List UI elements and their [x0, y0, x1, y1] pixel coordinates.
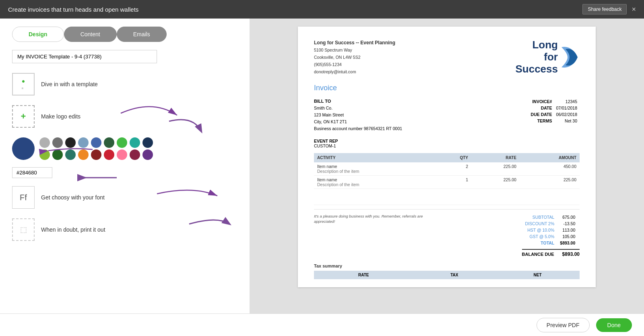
bill-to-account: Business account number 987654321 RT 000… [314, 125, 402, 132]
billing-section: BILL TO Smith Co. 123 Main Street City, … [314, 98, 580, 132]
line-item: Item name Description of the item 1 225.… [314, 175, 580, 189]
tax-summary-section: Tax summary RATE TAX NET [314, 263, 580, 279]
tax-col-rate: RATE [314, 271, 413, 279]
bill-to-address1: 123 Main Street [314, 112, 402, 118]
total-value: $893.00 [557, 240, 578, 246]
bill-to: BILL TO Smith Co. 123 Main Street City, … [314, 98, 402, 132]
color-swatch[interactable] [78, 137, 89, 148]
logo-text: Long for Success [515, 39, 558, 75]
company-logo: Long for Success [515, 39, 580, 76]
item-amount-2: 225.00 [520, 175, 580, 189]
col-activity: ACTIVITY [314, 153, 435, 162]
color-swatch[interactable] [130, 149, 140, 160]
header-title: Create invoices that turn heads and open… [8, 6, 138, 13]
company-name: Long for Success -- Event Planning [314, 39, 395, 47]
due-date-value: 06/02/2018 [554, 112, 579, 117]
event-rep-value: CUSTOM-1 [314, 143, 580, 148]
color-swatch[interactable] [117, 149, 127, 160]
line-items-table: ACTIVITY QTY RATE AMOUNT Item name Descr… [314, 153, 580, 205]
selected-color-circle[interactable] [12, 137, 35, 160]
color-swatch[interactable] [65, 149, 76, 160]
feature-template-label[interactable]: Dive in with a template [41, 81, 98, 87]
tab-emails[interactable]: Emails [117, 27, 167, 42]
tax-col-tax: TAX [413, 271, 496, 279]
event-rep-label: EVENT REP [314, 139, 580, 143]
color-swatch[interactable] [104, 137, 114, 148]
address-line1: 5100 Spectrum Way [314, 47, 395, 54]
terms-label: TERMS [529, 118, 554, 124]
template-name-input[interactable] [12, 50, 157, 63]
feature-logo: + Make logo edits [12, 105, 237, 128]
discount-label: DISCOUNT 2% [523, 221, 557, 226]
template-icon: ●≡ [22, 78, 25, 91]
hst-label: HST @ 10.0% [523, 227, 557, 233]
main-container: Design Content Emails ●≡ Dive in with a … [0, 19, 644, 313]
color-hex-input[interactable] [12, 167, 52, 178]
color-swatch[interactable] [52, 149, 63, 160]
print-icon-box[interactable]: ⬚ [12, 218, 35, 241]
logo-arrow-icon [559, 43, 580, 71]
left-panel: Design Content Emails ●≡ Dive in with a … [0, 19, 250, 313]
template-icon-box: ●≡ [12, 73, 35, 95]
logo-icon-box[interactable]: + [12, 105, 35, 128]
color-section [12, 137, 237, 178]
feature-print-label[interactable]: When in doubt, print it out [41, 226, 105, 233]
balance-due-value: $893.00 [562, 251, 580, 257]
invoice-totals: SUBTOTAL 675.00 DISCOUNT 2% -13.50 HST @… [522, 214, 580, 257]
invoice-preview: Long for Success -- Event Planning 5100 … [298, 27, 596, 287]
print-icon: ⬚ [20, 225, 27, 234]
close-icon[interactable]: × [632, 5, 636, 14]
preview-pdf-button[interactable]: Preview PDF [537, 318, 590, 332]
item-amount-1: 450.00 [520, 162, 580, 176]
gst-value: 105.00 [557, 234, 578, 239]
tab-design[interactable]: Design [12, 27, 64, 42]
bill-to-label: BILL TO [314, 98, 402, 105]
color-swatch[interactable] [104, 149, 114, 160]
share-feedback-button[interactable]: Share feedback [582, 4, 627, 15]
total-label: TOTAL [523, 240, 557, 246]
color-picker-row [12, 137, 237, 160]
feature-font-label[interactable]: Get choosy with your font [41, 194, 105, 201]
date-value: 07/01/2018 [554, 105, 579, 111]
balance-due-row: BALANCE DUE $893.00 [522, 249, 580, 257]
tabs: Design Content Emails [12, 27, 237, 42]
bill-to-name: Smith Co. [314, 105, 402, 112]
color-swatch[interactable] [142, 149, 153, 160]
gst-label: GST @ 5.0% [523, 234, 557, 239]
item-qty-2: 1 [435, 175, 471, 189]
color-swatch[interactable] [142, 137, 153, 148]
col-qty: QTY [435, 153, 471, 162]
color-swatch[interactable] [117, 137, 127, 148]
color-swatch[interactable] [39, 137, 50, 148]
tax-col-net: NET [495, 271, 580, 279]
invoice-footer: It's a pleasure doing business with you.… [314, 209, 580, 257]
tab-content[interactable]: Content [64, 27, 117, 42]
done-button[interactable]: Done [596, 318, 632, 332]
color-swatch[interactable] [52, 137, 63, 148]
balance-due-label: BALANCE DUE [522, 252, 554, 257]
item-rate-1: 225.00 [471, 162, 520, 176]
color-swatch[interactable] [65, 137, 76, 148]
color-swatch[interactable] [91, 149, 101, 160]
right-panel: Long for Success -- Event Planning 5100 … [250, 19, 644, 313]
header-right: Share feedback × [582, 4, 636, 15]
header: Create invoices that turn heads and open… [0, 0, 644, 19]
font-icon-box[interactable]: Ff [12, 186, 35, 209]
color-swatch[interactable] [78, 149, 89, 160]
address-line2: Cooksville, ON L4W 5S2 [314, 54, 395, 61]
logo-container: Long for Success [515, 39, 580, 75]
tax-table: RATE TAX NET [314, 271, 580, 279]
event-rep-section: EVENT REP CUSTOM-1 [314, 139, 580, 148]
subtotal-value: 675.00 [557, 214, 578, 220]
color-swatch[interactable] [39, 149, 50, 160]
color-swatch[interactable] [130, 137, 140, 148]
invoice-header: Long for Success -- Event Planning 5100 … [314, 39, 580, 76]
date-label: DATE [529, 105, 554, 111]
due-date-label: DUE DATE [529, 112, 554, 117]
discount-value: -13.50 [557, 221, 578, 226]
item-name-1: Item name Description of the item [314, 162, 435, 176]
bottom-footer: Preview PDF Done [0, 313, 644, 336]
color-swatch[interactable] [91, 137, 101, 148]
col-rate: RATE [471, 153, 520, 162]
feature-logo-label[interactable]: Make logo edits [41, 113, 80, 120]
